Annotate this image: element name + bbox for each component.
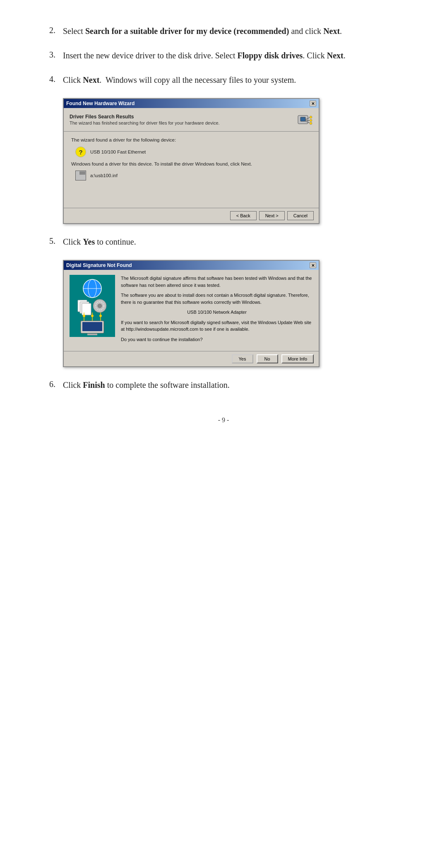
wizard-header-icon (297, 111, 314, 128)
step-3-number: 3. (37, 49, 55, 60)
ds-para3: If you want to search for Microsoft digi… (121, 319, 313, 333)
step-3: 3. Insert the new device driver to the d… (37, 49, 410, 62)
wizard-cancel-button[interactable]: Cancel (287, 211, 314, 220)
wizard-title: Found New Hardware Wizard (66, 101, 135, 106)
svg-point-22 (91, 315, 94, 317)
wizard-body: The wizard found a driver for the follow… (64, 132, 319, 208)
step-6-number: 6. (37, 379, 55, 389)
wizard-titlebar: Found New Hardware Wizard ✕ (64, 99, 319, 108)
step-6-text: Click Finish to complete the software in… (63, 379, 410, 392)
ds-illustration-svg (72, 276, 113, 336)
wizard-header-text: Driver Files Search Results The wizard h… (70, 114, 220, 125)
svg-point-23 (99, 315, 102, 317)
ds-illustration (70, 275, 115, 337)
wizard-body-line1: The wizard found a driver for the follow… (71, 137, 311, 142)
step-2-text: Select Search for a suitable driver for … (63, 25, 410, 38)
wizard-device-name: USB 10/100 Fast Ethernet (90, 149, 146, 154)
wizard-back-button[interactable]: < Back (230, 211, 257, 220)
svg-rect-20 (87, 334, 97, 335)
digital-signature-dialog: Digital Signature Not Found ✕ (63, 260, 320, 367)
wizard-header-title: Driver Files Search Results (70, 114, 220, 120)
wizard-close-button[interactable]: ✕ (310, 101, 316, 106)
wizard-next-button[interactable]: Next > (259, 211, 285, 220)
svg-point-5 (310, 116, 312, 118)
svg-rect-19 (82, 322, 102, 331)
wizard-file-row: a:\usb100.inf (75, 171, 311, 180)
step-4: 4. Click Next. Windows will copy all the… (37, 74, 410, 87)
ds-footer: Yes No More Info (64, 351, 319, 366)
svg-point-16 (98, 304, 102, 308)
floppy-icon (75, 171, 86, 180)
step-4-text: Click Next. Windows will copy all the ne… (63, 74, 410, 87)
step-4-number: 4. (37, 74, 55, 84)
wizard-header: Driver Files Search Results The wizard h… (64, 108, 319, 132)
step-5-text: Click Yes to continue. (63, 236, 410, 248)
page-footer: - 9 - (37, 416, 410, 424)
found-hardware-wizard-dialog: Found New Hardware Wizard ✕ Driver Files… (63, 98, 320, 224)
step-6: 6. Click Finish to complete the software… (37, 379, 410, 392)
wizard-file-path: a:\usb100.inf (90, 173, 118, 178)
instructions-container: 2. Select Search for a suitable driver f… (37, 25, 410, 392)
question-mark-icon: ? (75, 147, 86, 157)
ds-more-info-button[interactable]: More Info (281, 354, 314, 363)
ds-text-content: The Microsoft digital signature affirms … (121, 275, 313, 346)
svg-point-6 (310, 119, 312, 122)
ds-device-name: USB 10/100 Network Adapter (121, 309, 313, 316)
step-5-number: 5. (37, 236, 55, 246)
svg-rect-1 (300, 117, 305, 121)
ds-body: The Microsoft digital signature affirms … (64, 270, 319, 351)
step-2-number: 2. (37, 25, 55, 35)
wizard-body-line2: Windows found a driver for this device. … (71, 161, 311, 166)
step-3-text: Insert the new device driver to the disk… (63, 49, 410, 62)
ds-title: Digital Signature Not Found (66, 262, 132, 268)
ds-close-button[interactable]: ✕ (310, 262, 316, 268)
svg-rect-14 (82, 303, 91, 315)
ds-no-button[interactable]: No (257, 354, 278, 363)
svg-point-7 (310, 122, 312, 125)
wizard-footer: < Back Next > Cancel (64, 208, 319, 223)
step-5: 5. Click Yes to continue. (37, 236, 410, 248)
ds-para4: Do you want to continue the installation… (121, 336, 313, 343)
ds-titlebar: Digital Signature Not Found ✕ (64, 261, 319, 270)
wizard-device-row: ? USB 10/100 Fast Ethernet (75, 147, 311, 157)
wizard-header-sub: The wizard has finished searching for dr… (70, 120, 220, 125)
svg-point-21 (83, 315, 85, 317)
ds-yes-button[interactable]: Yes (232, 354, 253, 363)
page-number: - 9 - (218, 416, 229, 423)
ds-para2: The software you are about to install do… (121, 292, 313, 305)
step-2: 2. Select Search for a suitable driver f… (37, 25, 410, 38)
ds-para1: The Microsoft digital signature affirms … (121, 275, 313, 289)
